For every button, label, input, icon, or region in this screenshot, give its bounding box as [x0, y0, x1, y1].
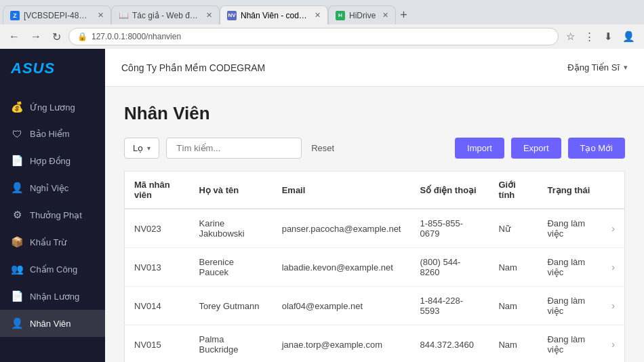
cell-gender: Nam: [489, 287, 538, 325]
cell-chevron[interactable]: ›: [602, 325, 624, 363]
tab-vcbs[interactable]: Z [VCBSDEPI-4802] 3.2. Xử lý ge... ✕: [3, 5, 111, 24]
cell-chevron[interactable]: ›: [602, 248, 624, 287]
asus-logo-text: ASUS: [11, 60, 55, 77]
sidebar-label-khau-tru: Khấu Trừ: [30, 237, 66, 247]
row-chevron-icon: ›: [611, 223, 615, 234]
nghi-viec-icon: 👤: [11, 182, 23, 194]
sidebar-item-nghi-viec[interactable]: 👤 Nghỉ Việc: [0, 174, 105, 201]
tab-favicon-hidrive: H: [336, 11, 345, 20]
tab-hidrive[interactable]: H HiDrive ✕: [328, 5, 396, 24]
search-input[interactable]: [166, 138, 302, 159]
hop-dong-icon: 📄: [11, 155, 23, 167]
sidebar-item-nhan-luong[interactable]: 📄 Nhận Lương: [0, 283, 105, 310]
cell-phone: (800) 544-8260: [410, 248, 489, 287]
tab-close-nhanvien[interactable]: ✕: [315, 11, 321, 20]
nhan-luong-icon: 📄: [11, 290, 23, 302]
cell-gender: Nam: [489, 325, 538, 363]
sidebar-nav: 💰 Ứng Lương 🛡 Bảo Hiểm 📄 Hợp Đồng 👤 Nghỉ…: [0, 88, 105, 362]
sidebar-label-nghi-viec: Nghỉ Việc: [30, 183, 68, 193]
col-header-gender: Giới tính: [489, 172, 538, 209]
tab-favicon-tacgia: 📖: [119, 11, 128, 20]
khau-tru-icon: 📦: [11, 236, 23, 248]
sidebar-item-hop-dong[interactable]: 📄 Hợp Đồng: [0, 147, 105, 174]
settings-icon[interactable]: ⋮: [581, 29, 598, 44]
row-chevron-icon: ›: [611, 339, 615, 350]
sidebar-item-nhan-vien[interactable]: 👤 Nhân Viên: [0, 310, 105, 337]
row-chevron-icon: ›: [611, 262, 615, 273]
address-text: 127.0.0.1:8000/nhanvien: [92, 32, 181, 41]
sidebar-item-ung-luong[interactable]: 💰 Ứng Lương: [0, 94, 105, 121]
employee-table: Mã nhân viên Họ và tên Email Số điện tho…: [124, 171, 625, 362]
tab-label-nhanvien: Nhân Viên - codegram.pro: [241, 11, 308, 20]
browser-tabs: Z [VCBSDEPI-4802] 3.2. Xử lý ge... ✕ 📖 T…: [0, 0, 644, 24]
sidebar-item-bao-hiem[interactable]: 🛡 Bảo Hiểm: [0, 121, 105, 147]
company-name: Công Ty Phần Mềm CODEGRAM: [121, 62, 265, 73]
refresh-button[interactable]: ↻: [49, 29, 64, 45]
sidebar-item-thuong-phat[interactable]: ⚙ Thưởng Phạt: [0, 201, 105, 228]
user-menu[interactable]: Đặng Tiến Sĩ ▾: [567, 62, 628, 73]
sidebar-logo: ASUS: [0, 49, 105, 88]
bookmark-icon[interactable]: ☆: [563, 29, 578, 44]
cell-chevron[interactable]: ›: [602, 287, 624, 325]
new-tab-button[interactable]: +: [396, 5, 411, 24]
cell-email: olaf04@example.net: [273, 287, 411, 325]
col-header-id: Mã nhân viên: [125, 172, 190, 209]
cell-id: NV015: [125, 325, 190, 363]
bao-hiem-icon: 🛡: [11, 128, 23, 140]
sidebar-label-cham-cong: Chấm Công: [30, 264, 77, 275]
page-toolbar: Lọ ▾ Reset Import Export Tạo Mới: [124, 138, 625, 159]
browser-toolbar-icons: ☆ ⋮ ⬇ 👤: [563, 29, 639, 44]
tab-close-vcbs[interactable]: ✕: [98, 11, 104, 20]
cell-status: Đang làm việc: [538, 248, 602, 287]
sidebar: ASUS 💰 Ứng Lương 🛡 Bảo Hiểm 📄 Hợp Đồng 👤…: [0, 49, 105, 362]
cham-cong-icon: 👥: [11, 263, 23, 275]
sidebar-label-nhan-luong: Nhận Lương: [30, 291, 79, 302]
sidebar-label-ung-luong: Ứng Lương: [30, 102, 75, 113]
tab-close-hidrive[interactable]: ✕: [382, 11, 388, 20]
profile-icon[interactable]: 👤: [619, 29, 639, 44]
tab-tacgia[interactable]: 📖 Tác giả - Web đọc truyện ✕: [111, 5, 220, 24]
sidebar-item-cham-cong[interactable]: 👥 Chấm Công: [0, 256, 105, 283]
cell-id: NV023: [125, 209, 190, 248]
cell-name: Torey Gutmann: [190, 287, 273, 325]
user-menu-chevron: ▾: [624, 63, 628, 72]
status-badge: Đang làm việc: [547, 294, 592, 317]
cell-gender: Nam: [489, 248, 538, 287]
table-row[interactable]: NV023 Karine Jakubowski panser.pacocha@e…: [125, 209, 625, 248]
cell-chevron[interactable]: ›: [602, 209, 624, 248]
ung-luong-icon: 💰: [11, 101, 23, 113]
sidebar-label-hop-dong: Hợp Đồng: [30, 156, 71, 166]
export-button[interactable]: Export: [511, 138, 561, 159]
page-content: Nhân Viên Lọ ▾ Reset Import Export Tạo M…: [105, 87, 644, 362]
filter-button[interactable]: Lọ ▾: [124, 138, 159, 159]
table-row[interactable]: NV014 Torey Gutmann olaf04@example.net 1…: [125, 287, 625, 325]
cell-phone: 1-855-855-0679: [410, 209, 489, 248]
tab-close-tacgia[interactable]: ✕: [206, 11, 212, 20]
forward-button[interactable]: →: [27, 29, 45, 44]
app-container: ASUS 💰 Ứng Lương 🛡 Bảo Hiểm 📄 Hợp Đồng 👤…: [0, 49, 644, 362]
page-title: Nhân Viên: [124, 103, 625, 124]
tab-favicon-nhanvien: NV: [227, 11, 237, 20]
back-button[interactable]: ←: [5, 29, 23, 44]
table-row[interactable]: NV013 Berenice Paucek labadie.kevon@exam…: [125, 248, 625, 287]
download-icon[interactable]: ⬇: [601, 29, 616, 44]
sidebar-label-nhan-vien: Nhân Viên: [30, 319, 71, 329]
reset-button[interactable]: Reset: [308, 138, 337, 158]
status-badge: Đang làm việc: [547, 256, 592, 279]
cell-phone: 844.372.3460: [410, 325, 489, 363]
table-header-row: Mã nhân viên Họ và tên Email Số điện tho…: [125, 172, 625, 209]
col-header-name: Họ và tên: [190, 172, 273, 209]
table-row[interactable]: NV015 Palma Buckridge janae.torp@example…: [125, 325, 625, 363]
sidebar-item-khau-tru[interactable]: 📦 Khấu Trừ: [0, 228, 105, 256]
create-button[interactable]: Tạo Mới: [568, 138, 626, 159]
col-header-phone: Số điện thoại: [410, 172, 489, 209]
filter-chevron: ▾: [147, 144, 150, 152]
status-badge: Đang làm việc: [547, 333, 592, 356]
app-header: Công Ty Phần Mềm CODEGRAM Đặng Tiến Sĩ ▾: [105, 49, 644, 87]
sidebar-label-bao-hiem: Bảo Hiểm: [30, 129, 70, 139]
col-header-action: [602, 172, 624, 209]
address-bar[interactable]: 🔒 127.0.0.1:8000/nhanvien: [68, 28, 559, 45]
tab-favicon-z: Z: [10, 11, 20, 20]
tab-nhanvien[interactable]: NV Nhân Viên - codegram.pro ✕: [220, 5, 328, 24]
import-button[interactable]: Import: [455, 138, 504, 159]
